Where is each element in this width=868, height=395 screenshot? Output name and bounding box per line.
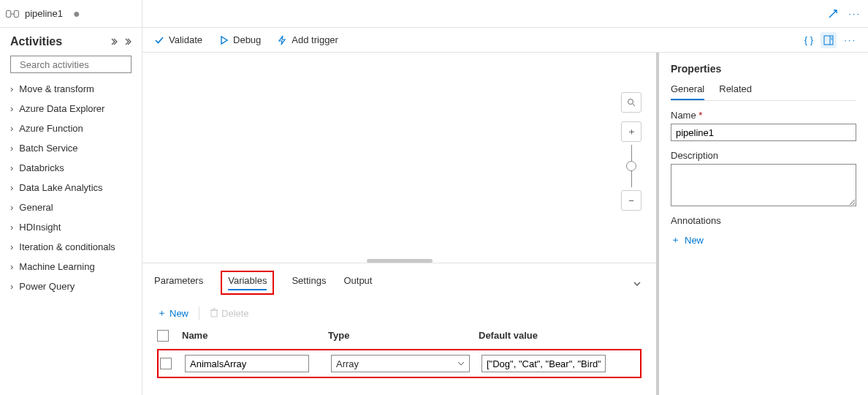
new-variable-button[interactable]: ＋New: [157, 306, 189, 320]
svg-rect-0: [6, 10, 10, 17]
category-hdinsight[interactable]: ›HDInsight: [10, 222, 132, 233]
zoom-in-button[interactable]: ＋: [621, 121, 642, 142]
collapse-panel-icon[interactable]: [633, 279, 642, 288]
col-default: Default value: [479, 330, 625, 342]
variable-name-input[interactable]: [185, 355, 309, 372]
svg-rect-11: [211, 310, 217, 317]
category-power-query[interactable]: ›Power Query: [10, 281, 132, 292]
row-checkbox[interactable]: [160, 358, 172, 369]
pipeline-name: pipeline1: [25, 8, 63, 19]
description-label: Description: [671, 150, 856, 161]
col-type: Type: [328, 330, 479, 342]
svg-line-10: [633, 104, 635, 106]
tab-output[interactable]: Output: [343, 275, 372, 292]
category-machine-learning[interactable]: ›Machine Learning: [10, 261, 132, 272]
activities-heading: Activities: [10, 35, 62, 48]
json-button[interactable]: { }: [804, 34, 813, 45]
pipeline-icon: [6, 9, 19, 19]
category-databricks[interactable]: ›Databricks: [10, 162, 132, 173]
zoom-out-button[interactable]: −: [621, 190, 642, 211]
activities-search[interactable]: [10, 56, 132, 73]
properties-title: Properties: [671, 63, 856, 75]
svg-rect-1: [14, 10, 18, 17]
new-annotation-button[interactable]: ＋New: [671, 233, 856, 247]
category-data-lake-analytics[interactable]: ›Data Lake Analytics: [10, 182, 132, 193]
description-textarea[interactable]: [671, 164, 856, 206]
variable-row: Array: [157, 349, 642, 378]
canvas-scrollbar[interactable]: [367, 259, 433, 263]
toolbar-more-icon[interactable]: ···: [844, 34, 856, 45]
category-azure-function[interactable]: ›Azure Function: [10, 123, 132, 134]
pipeline-name-input[interactable]: [671, 124, 856, 141]
dirty-indicator: ●: [73, 7, 80, 20]
properties-toggle-button[interactable]: [821, 32, 837, 48]
pipeline-canvas[interactable]: ＋ −: [142, 53, 656, 263]
props-tab-related[interactable]: Related: [719, 83, 752, 100]
category-move-transform[interactable]: ›Move & transform: [10, 83, 132, 94]
delete-variable-button: Delete: [210, 308, 249, 319]
col-name: Name: [182, 330, 328, 342]
category-azure-data-explorer[interactable]: ›Azure Data Explorer: [10, 103, 132, 114]
category-batch-service[interactable]: ›Batch Service: [10, 143, 132, 154]
collapse-all-icon[interactable]: [110, 37, 118, 46]
add-trigger-button[interactable]: Add trigger: [277, 34, 338, 45]
variable-type-select[interactable]: Array: [331, 355, 470, 372]
expand-icon[interactable]: [828, 9, 838, 19]
titlebar: pipeline1 ●: [0, 0, 142, 28]
validate-button[interactable]: Validate: [154, 34, 202, 45]
collapse-sidebar-icon[interactable]: [123, 37, 132, 46]
debug-button[interactable]: Debug: [218, 34, 261, 45]
activities-search-input[interactable]: [20, 59, 142, 70]
svg-point-9: [628, 99, 633, 105]
select-all-checkbox[interactable]: [157, 330, 169, 342]
category-iteration-conditionals[interactable]: ›Iteration & conditionals: [10, 241, 132, 252]
category-general[interactable]: ›General: [10, 202, 132, 213]
tab-settings[interactable]: Settings: [292, 275, 326, 292]
annotations-label: Annotations: [671, 215, 856, 226]
name-label: Name *: [671, 110, 856, 121]
canvas-search-button[interactable]: [621, 92, 642, 113]
variable-default-input[interactable]: [481, 355, 606, 372]
more-menu-icon[interactable]: ···: [848, 8, 861, 19]
tab-parameters[interactable]: Parameters: [154, 275, 203, 292]
tab-variables[interactable]: Variables: [221, 271, 274, 295]
zoom-slider[interactable]: [631, 145, 632, 187]
chevron-down-icon: [457, 360, 465, 367]
props-tab-general[interactable]: General: [671, 83, 704, 100]
svg-rect-5: [824, 36, 833, 45]
